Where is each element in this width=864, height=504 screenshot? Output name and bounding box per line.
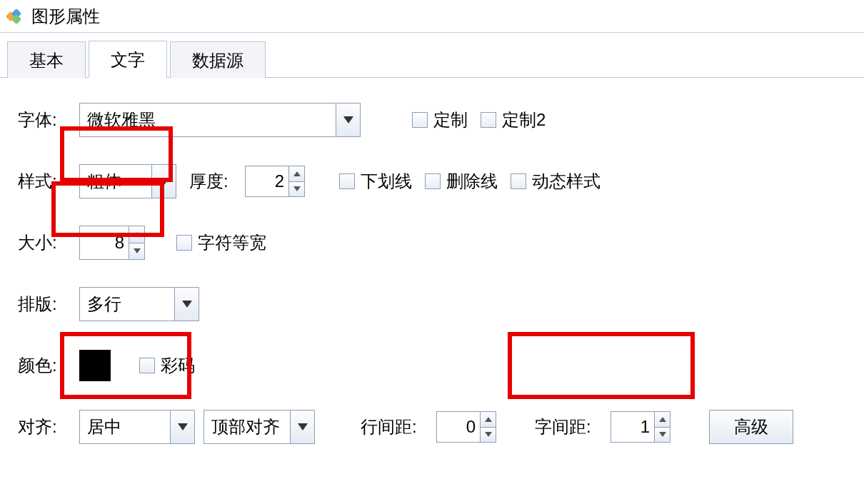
chevron-up-icon: [134, 232, 141, 237]
titlebar: 图形属性: [0, 0, 864, 33]
align-h-dropdown-button[interactable]: [170, 410, 194, 443]
layout-value: 多行: [80, 288, 174, 321]
underline-label: 下划线: [361, 170, 412, 193]
charspacing-up[interactable]: [655, 412, 670, 427]
strikethrough-checkbox[interactable]: 删除线: [425, 170, 498, 193]
size-up[interactable]: [129, 226, 144, 243]
layout-dropdown[interactable]: 多行: [79, 287, 199, 321]
custom1-label: 定制: [433, 109, 468, 131]
style-label: 样式:: [18, 170, 66, 193]
font-dropdown-button[interactable]: [336, 104, 360, 136]
chevron-down-icon: [159, 178, 169, 185]
linespacing-input[interactable]: [437, 412, 480, 442]
chevron-up-icon: [293, 171, 301, 176]
charspacing-spinner[interactable]: [611, 411, 670, 443]
linespacing-down[interactable]: [481, 427, 496, 443]
svg-marker-3: [343, 116, 353, 124]
size-input[interactable]: [80, 226, 129, 259]
svg-marker-13: [485, 432, 492, 437]
colorcode-checkbox[interactable]: 彩码: [139, 354, 195, 377]
checkbox-box: [481, 112, 496, 128]
colorcode-label: 彩码: [161, 354, 195, 377]
dynamicstyle-checkbox[interactable]: 动态样式: [511, 170, 601, 193]
checkbox-box: [412, 112, 428, 128]
align-h-value: 居中: [80, 410, 170, 443]
color-swatch[interactable]: [79, 350, 111, 381]
svg-marker-6: [293, 186, 301, 191]
row-font: 字体: 微软雅黑 定制 定制2: [18, 103, 851, 137]
tab-basic[interactable]: 基本: [7, 41, 86, 78]
font-value: 微软雅黑: [80, 104, 336, 136]
tab-bar: 基本 文字 数据源: [0, 40, 864, 78]
dynamicstyle-label: 动态样式: [532, 170, 601, 193]
checkbox-box: [139, 358, 155, 373]
thickness-up[interactable]: [289, 166, 304, 181]
form-area: 字体: 微软雅黑 定制 定制2 样式: 粗体 厚度:: [0, 78, 864, 493]
checkbox-box: [339, 173, 355, 189]
custom2-checkbox[interactable]: 定制2: [481, 109, 546, 131]
monospace-label: 字符等宽: [198, 231, 266, 254]
chevron-down-icon: [182, 301, 192, 308]
chevron-down-icon: [298, 423, 308, 430]
charspacing-input[interactable]: [611, 412, 654, 442]
chevron-down-icon: [293, 186, 301, 191]
align-v-dropdown[interactable]: 顶部对齐: [204, 410, 315, 444]
color-label: 颜色:: [18, 354, 66, 377]
checkbox-box: [511, 173, 526, 189]
chevron-down-icon: [485, 432, 492, 437]
advanced-button[interactable]: 高级: [709, 410, 793, 444]
size-down[interactable]: [129, 243, 144, 260]
style-dropdown[interactable]: 粗体: [79, 164, 176, 198]
layout-dropdown-button[interactable]: [174, 288, 199, 321]
monospace-checkbox[interactable]: 字符等宽: [176, 231, 266, 254]
row-layout: 排版: 多行: [18, 287, 851, 321]
align-v-dropdown-button[interactable]: [290, 410, 314, 443]
size-spinner[interactable]: [79, 226, 145, 260]
chevron-up-icon: [485, 417, 492, 422]
tab-text[interactable]: 文字: [89, 41, 167, 78]
thickness-down[interactable]: [289, 181, 304, 197]
chevron-down-icon: [659, 432, 666, 437]
svg-marker-5: [293, 171, 301, 176]
linespacing-spinner[interactable]: [436, 411, 496, 443]
checkbox-box: [425, 173, 441, 189]
app-icon: [6, 7, 24, 26]
thickness-label: 厚度:: [189, 170, 232, 193]
svg-marker-12: [485, 417, 492, 422]
checkbox-box: [176, 235, 192, 251]
row-color: 颜色: 彩码: [18, 348, 851, 383]
row-style: 样式: 粗体 厚度: 下划线 删除线 动态样式: [18, 164, 851, 198]
tab-datasource[interactable]: 数据源: [170, 41, 266, 78]
linespacing-up[interactable]: [481, 412, 496, 427]
svg-marker-10: [178, 423, 188, 430]
svg-marker-7: [134, 232, 141, 237]
underline-checkbox[interactable]: 下划线: [339, 170, 412, 193]
style-dropdown-button[interactable]: [151, 165, 176, 198]
align-v-value: 顶部对齐: [204, 410, 290, 443]
align-h-dropdown[interactable]: 居中: [79, 410, 195, 444]
svg-marker-9: [182, 301, 192, 308]
thickness-input[interactable]: [246, 166, 288, 196]
row-align: 对齐: 居中 顶部对齐 行间距: 字间距:: [18, 410, 851, 444]
row-size: 大小: 字符等宽: [18, 226, 851, 260]
svg-marker-8: [134, 248, 141, 253]
chevron-down-icon: [178, 423, 188, 430]
chevron-down-icon: [343, 116, 353, 124]
layout-label: 排版:: [18, 293, 66, 316]
custom1-checkbox[interactable]: 定制: [412, 109, 468, 131]
window-title: 图形属性: [31, 5, 100, 28]
svg-marker-11: [298, 423, 308, 430]
font-dropdown[interactable]: 微软雅黑: [79, 103, 361, 137]
strikethrough-label: 删除线: [446, 170, 498, 193]
svg-marker-14: [659, 417, 666, 422]
svg-marker-15: [659, 432, 666, 437]
charspacing-down[interactable]: [655, 427, 670, 443]
style-value: 粗体: [80, 165, 151, 198]
svg-marker-4: [159, 178, 169, 185]
align-label: 对齐:: [18, 415, 66, 438]
charspacing-label: 字间距:: [535, 415, 598, 438]
font-label: 字体:: [18, 109, 66, 131]
size-label: 大小:: [18, 231, 66, 254]
chevron-down-icon: [134, 248, 141, 253]
thickness-spinner[interactable]: [245, 166, 305, 197]
